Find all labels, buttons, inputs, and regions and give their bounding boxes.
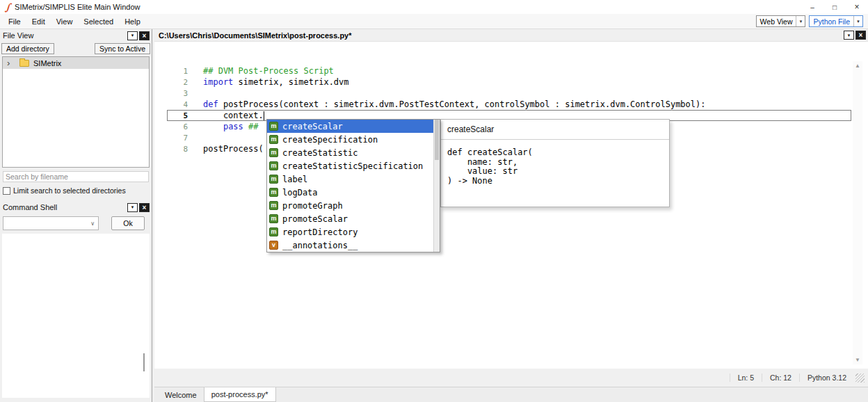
file-path: C:\Users\Chris\Documents\SIMetrix\post-p… (159, 31, 842, 40)
autocomplete-label: label (282, 175, 307, 184)
autocomplete-item[interactable]: mcreateScalar (267, 120, 440, 133)
menu-selected[interactable]: Selected (78, 15, 119, 28)
autocomplete-scrollbar-thumb[interactable] (435, 120, 439, 160)
folder-icon (19, 60, 29, 67)
method-icon: m (269, 227, 278, 236)
limit-search-row: Limit search to selected directories (3, 186, 149, 195)
limit-search-checkbox[interactable] (3, 187, 10, 195)
status-line: Ln: 5 (730, 373, 762, 382)
web-view-label: Web View (757, 17, 796, 26)
file-view-header: File View ▼ × (0, 29, 152, 42)
autocomplete-label: reportDirectory (282, 227, 357, 237)
autocomplete-item[interactable]: v__annotations__ (267, 239, 440, 252)
method-icon: m (269, 148, 278, 157)
command-shell-close-button[interactable]: × (139, 203, 150, 212)
method-icon: m (269, 188, 278, 197)
menu-view[interactable]: View (51, 15, 79, 28)
line-number: 6 (167, 122, 188, 131)
autocomplete-item[interactable]: mpromoteScalar (267, 212, 440, 225)
file-view-title: File View (3, 31, 126, 40)
code-text: ## DVM Post-Process Script (188, 65, 851, 77)
command-shell-menu-button[interactable]: ▼ (127, 203, 138, 212)
scroll-up-icon[interactable]: ▲ (855, 61, 860, 70)
editor-menu-button[interactable]: ▼ (844, 31, 854, 40)
web-view-combo[interactable]: Web View ▼ (756, 15, 806, 27)
line-number: 5 (167, 111, 188, 120)
sync-to-active-button[interactable]: Sync to Active (95, 43, 150, 54)
autocomplete-label: createStatisticSpecification (282, 161, 423, 171)
menu-file[interactable]: File (3, 15, 26, 28)
line-number: 4 (167, 100, 188, 109)
code-text: def postProcess(context : simetrix.dvm.P… (188, 99, 851, 110)
line-number: 8 (167, 145, 188, 154)
code-line: 4def postProcess(context : simetrix.dvm.… (167, 99, 851, 110)
menubar: FileEditViewSelectedHelp Web View ▼ Pyth… (0, 14, 868, 29)
tree-item-simetrix[interactable]: ›SIMetrix (3, 57, 149, 69)
autocomplete-item[interactable]: mlogData (267, 186, 440, 199)
autocomplete-label: createStatistic (282, 148, 357, 158)
signature-tooltip: createScalar def createScalar( name: str… (440, 119, 670, 207)
file-view-close-button[interactable]: × (139, 31, 150, 40)
tooltip-title: createScalar (447, 124, 663, 134)
editor-close-button[interactable]: × (855, 31, 866, 40)
method-icon: m (269, 161, 278, 170)
code-line: 2import simetrix, simetrix.dvm (167, 77, 851, 88)
autocomplete-item[interactable]: mcreateStatisticSpecification (267, 159, 440, 172)
method-icon: m (269, 175, 278, 184)
autocomplete-item[interactable]: mpromoteGraph (267, 199, 440, 212)
editor-panel: C:\Users\Chris\Documents\SIMetrix\post-p… (154, 29, 868, 402)
autocomplete-scrollbar[interactable] (433, 120, 440, 252)
autocomplete-label: createSpecification (282, 135, 378, 145)
shell-output[interactable] (2, 234, 150, 398)
autocomplete-label: logData (282, 188, 318, 198)
method-icon: m (269, 214, 278, 223)
menubar-right: Web View ▼ Python File ▼ (756, 15, 865, 27)
search-input[interactable] (3, 171, 149, 182)
file-tree[interactable]: ›SIMetrix (2, 56, 150, 168)
expand-arrow-icon[interactable]: › (7, 58, 14, 67)
line-number: 2 (167, 78, 188, 87)
command-input-combo[interactable]: ∨ (3, 216, 99, 230)
autocomplete-item[interactable]: mcreateSpecification (267, 133, 440, 146)
autocomplete-item[interactable]: mcreateStatistic (267, 146, 440, 159)
chevron-down-icon: ∨ (90, 220, 98, 227)
minimize-button[interactable]: – (801, 0, 823, 14)
editor-scrollbar[interactable]: ▲ ▼ (853, 61, 862, 364)
left-sidebar: File View ▼ × Add directory Sync to Acti… (0, 29, 152, 402)
autocomplete-label: promoteScalar (282, 214, 348, 224)
python-file-label: Python File (810, 17, 853, 26)
tooltip-signature: def createScalar( name: str, value: str … (447, 148, 663, 186)
method-icon: m (269, 201, 278, 210)
scroll-down-icon[interactable]: ▼ (855, 355, 860, 364)
chevron-down-icon[interactable]: ▼ (796, 16, 805, 26)
tab-welcome[interactable]: Welcome (158, 387, 204, 402)
code-line: 1## DVM Post-Process Script (167, 65, 851, 77)
file-view-menu-button[interactable]: ▼ (127, 31, 138, 40)
menu-edit[interactable]: Edit (26, 15, 51, 28)
python-file-combo[interactable]: Python File ▼ (809, 15, 863, 27)
add-directory-button[interactable]: Add directory (1, 43, 54, 54)
menu-help[interactable]: Help (119, 15, 146, 28)
resize-grip[interactable] (855, 373, 865, 383)
chevron-down-icon[interactable]: ▼ (853, 16, 862, 26)
line-number: 1 (167, 67, 188, 76)
autocomplete-item[interactable]: mlabel (267, 172, 440, 186)
tree-item-label: SIMetrix (33, 59, 61, 67)
maximize-button[interactable]: □ (823, 0, 846, 14)
close-button[interactable]: × (846, 0, 868, 14)
document-tab-bar: Welcomepost-process.py* (154, 387, 868, 402)
autocomplete-item[interactable]: mreportDirectory (267, 225, 440, 239)
command-shell-input-row: ∨ Ok (0, 214, 152, 232)
autocomplete-popup: mcreateScalarmcreateSpecificationmcreate… (266, 119, 440, 252)
tab-post-process-py[interactable]: post-process.py* (204, 387, 276, 402)
autocomplete-label: __annotations__ (282, 241, 357, 250)
app-logo-icon: ∫ (5, 2, 10, 12)
ok-button[interactable]: Ok (111, 216, 145, 230)
code-text: import simetrix, simetrix.dvm (188, 77, 851, 88)
method-icon: m (269, 122, 278, 131)
code-editor[interactable]: 1## DVM Post-Process Script2import simet… (154, 42, 868, 369)
command-shell-header: Command Shell ▼ × (0, 201, 152, 214)
autocomplete-label: promoteGraph (282, 201, 343, 211)
shell-scrollbar-thumb[interactable] (143, 353, 145, 371)
titlebar: ∫ SIMetrix/SIMPLIS Elite Main Window – □… (0, 0, 868, 14)
